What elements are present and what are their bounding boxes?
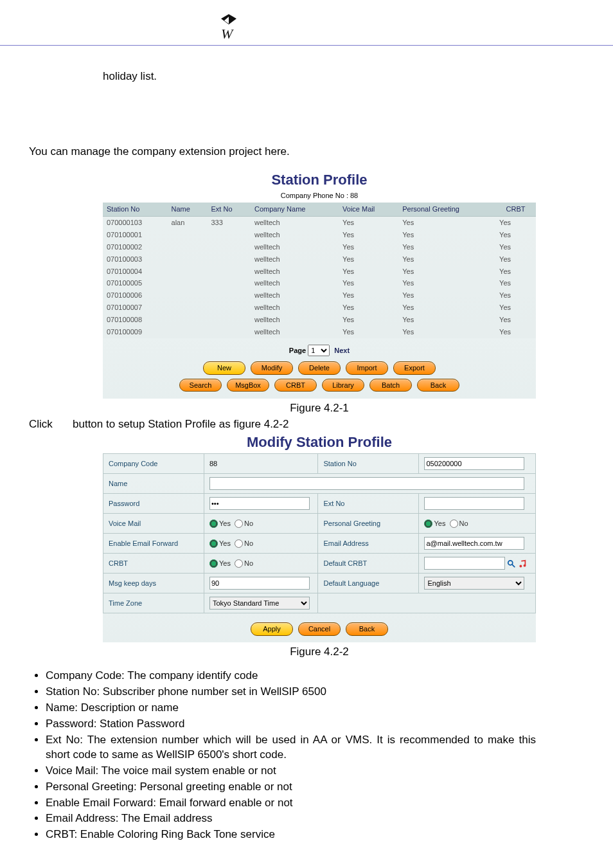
radio-yes[interactable] (424, 520, 432, 528)
field-desc-item: Personal Greeting: Personal greeting ena… (46, 780, 536, 795)
library-button[interactable]: Library (322, 379, 364, 392)
radio-no[interactable] (450, 520, 458, 528)
radio-group[interactable]: Yes No (209, 520, 253, 527)
pager: Page 1 Next (103, 345, 536, 356)
timezone-select[interactable]: Tokyo Standard Time (209, 597, 310, 610)
station-profile-subtitle: Company Phone No : 88 (103, 191, 536, 201)
field-input[interactable] (209, 577, 310, 590)
radio-no[interactable] (235, 539, 243, 548)
pager-next-link[interactable]: Next (334, 347, 350, 354)
radio-group[interactable]: Yes No (209, 539, 253, 547)
table-row[interactable]: 070100006welltechYesYesYes (103, 289, 536, 302)
field-definition-list: Company Code: The company identify codeS… (29, 669, 536, 842)
field-input[interactable] (424, 537, 524, 550)
button-row-1: NewModifyDeleteImportExport (103, 360, 536, 375)
logo-icon: W (212, 13, 248, 44)
field-desc-item: Enable Email Forward: Email forward enab… (46, 796, 536, 811)
form-label: Time Zone (103, 593, 204, 613)
delete-button[interactable]: Delete (298, 361, 341, 375)
name-input[interactable] (209, 477, 524, 490)
modify-form: Company Code88Station NoNamePasswordExt … (103, 453, 536, 613)
svg-point-1 (508, 561, 513, 565)
table-row[interactable]: 070100005welltechYesYesYes (103, 277, 536, 289)
table-row[interactable]: 070100009welltechYesYesYes (103, 326, 536, 338)
form-label: Voice Mail (103, 514, 204, 534)
default-crbt-input[interactable] (424, 557, 505, 570)
col-crbt: CRBT (495, 203, 536, 216)
click-rest: button to setup Station Profile as figur… (73, 418, 289, 430)
page-header: W (0, 0, 613, 46)
field-input[interactable] (424, 457, 524, 470)
password-input[interactable] (209, 497, 310, 510)
holiday-line: holiday list. (103, 69, 536, 84)
field-desc-item: Name: Description or name (46, 701, 536, 716)
search-button[interactable]: Search (179, 379, 222, 392)
field-input[interactable] (424, 497, 524, 510)
field-desc-item: Voice Mail: The voice mail system enable… (46, 764, 536, 779)
apply-button[interactable]: Apply (251, 622, 293, 636)
form-label: Name (103, 474, 204, 494)
modify-button-row: ApplyCancelBack (103, 616, 536, 636)
table-row[interactable]: 070100001welltechYesYesYes (103, 229, 536, 241)
figure-4-2-2-caption: Figure 4.2-2 (103, 645, 536, 660)
field-desc-item: Email Address: The Email address (46, 811, 536, 826)
field-desc-item: CRBT: Enable Coloring Ring Back Tone ser… (46, 827, 536, 842)
crbt-button[interactable]: CRBT (274, 379, 317, 392)
click-word: Click (29, 417, 66, 432)
msgbox-button[interactable]: MsgBox (227, 379, 269, 392)
svg-point-3 (520, 565, 522, 568)
table-row[interactable]: 070000103alan333welltechYesYesYes (103, 217, 536, 229)
col-ext-no: Ext No (207, 203, 250, 216)
back-button[interactable]: Back (417, 379, 459, 392)
form-label: Email Address (318, 534, 419, 554)
table-row[interactable]: 070100002welltechYesYesYes (103, 241, 536, 253)
col-station-no: Station No (103, 203, 168, 216)
export-button[interactable]: Export (393, 361, 436, 375)
col-company-name: Company Name (251, 203, 339, 216)
col-name: Name (168, 203, 208, 216)
modify-button[interactable]: Modify (251, 361, 293, 375)
form-label: Personal Greeting (318, 514, 419, 534)
form-label: Company Code (103, 454, 204, 474)
music-icon[interactable] (518, 559, 527, 568)
form-label: Msg keep days (103, 574, 204, 593)
form-label: CRBT (103, 554, 204, 574)
pager-select[interactable]: 1 (308, 345, 330, 356)
form-label: Enable Email Forward (103, 534, 204, 554)
svg-point-4 (524, 565, 526, 567)
table-row[interactable]: 070100004welltechYesYesYes (103, 266, 536, 278)
new-button[interactable]: New (203, 361, 245, 375)
cancel-button[interactable]: Cancel (298, 622, 341, 636)
back-button[interactable]: Back (346, 622, 388, 636)
radio-yes[interactable] (209, 520, 218, 528)
import-button[interactable]: Import (346, 361, 388, 375)
form-label: Ext No (318, 494, 419, 514)
radio-no[interactable] (235, 520, 243, 528)
radio-yes[interactable] (209, 559, 218, 568)
svg-text:W: W (221, 26, 234, 41)
radio-no[interactable] (235, 559, 243, 568)
table-row[interactable]: 070100003welltechYesYesYes (103, 253, 536, 266)
modify-title: Modify Station Profile (103, 433, 536, 452)
figure-4-2-1-caption: Figure 4.2-1 (103, 401, 536, 416)
col-personal-greeting: Personal Greeting (398, 203, 495, 216)
pager-label: Page (289, 347, 306, 354)
batch-button[interactable]: Batch (369, 379, 412, 392)
radio-yes[interactable] (209, 539, 218, 548)
field-desc-item: Ext No: The extension number which will … (46, 733, 536, 763)
search-icon[interactable] (507, 559, 516, 568)
station-profile-title: Station Profile (103, 170, 536, 190)
col-voice-mail: Voice Mail (339, 203, 398, 216)
button-row-2: SearchMsgBoxCRBTLibraryBatchBack (103, 377, 536, 392)
form-label: Password (103, 494, 204, 514)
radio-group[interactable]: Yes No (424, 520, 468, 527)
language-select[interactable]: English (424, 577, 524, 590)
table-row[interactable]: 070100008welltechYesYesYes (103, 314, 536, 326)
form-label: Default CRBT (318, 554, 419, 574)
station-profile-grid: Station NoNameExt NoCompany NameVoice Ma… (103, 203, 536, 338)
field-desc-item: Password: Station Password (46, 717, 536, 732)
form-label: Station No (318, 454, 419, 474)
table-row[interactable]: 070100007welltechYesYesYes (103, 302, 536, 314)
radio-group[interactable]: Yes No (209, 559, 253, 567)
field-desc-item: Company Code: The company identify code (46, 669, 536, 683)
